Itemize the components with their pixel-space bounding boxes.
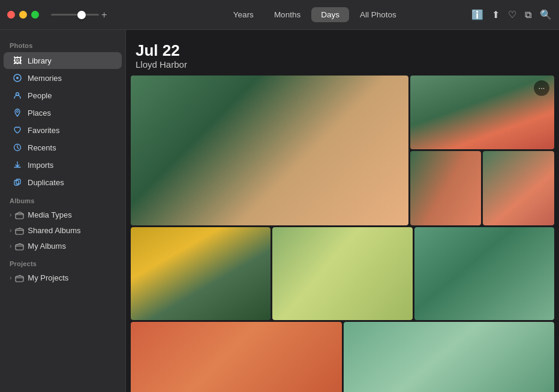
tab-years[interactable]: Years [224,7,263,22]
titlebar-actions: ℹ️ ⬆ ♡ ⧉ 🔍 [471,9,552,20]
window-controls [7,11,39,19]
sidebar-label-duplicates: Duplicates [28,178,64,187]
chevron-media-types-icon: › [10,212,11,218]
duplicates-icon [12,177,23,188]
crop-icon[interactable]: ⧉ [525,10,531,20]
svg-rect-9 [16,245,23,250]
svg-rect-10 [16,276,23,282]
chevron-my-albums-icon: › [10,243,11,249]
section-label-projects: Projects [0,254,125,270]
sidebar-item-places[interactable]: Places [4,104,122,121]
sidebar-item-imports[interactable]: Imports [4,156,122,173]
sidebar-item-library[interactable]: 🖼 Library [4,52,122,69]
folder-shared-albums-icon [15,227,24,235]
photo-row3-1[interactable] [131,322,342,392]
sidebar-item-memories[interactable]: Memories [4,70,122,86]
share-icon[interactable]: ⬆ [492,9,500,20]
photo-top-right[interactable]: ··· [410,76,554,150]
people-icon [12,90,23,101]
folder-my-projects-icon [15,274,24,282]
sidebar-item-people[interactable]: People [4,87,122,104]
memories-icon [12,73,23,83]
photo-row-2 [131,227,554,320]
sidebar-item-shared-albums[interactable]: › Shared Albums [4,223,122,238]
folder-my-albums-icon [15,242,24,251]
sidebar-item-recents[interactable]: Recents [4,139,122,156]
zoom-slider-track[interactable] [51,14,99,16]
sidebar-label-library: Library [28,56,52,65]
info-icon[interactable]: ℹ️ [471,9,483,20]
tab-days[interactable]: Days [311,7,349,22]
favorites-icon [12,125,23,135]
svg-rect-7 [16,213,23,219]
photo-area: Jul 22 Lloyd Harbor ··· [126,30,559,392]
photo-bottom-right-pair [410,151,554,225]
sidebar-item-my-albums[interactable]: › My Albums [4,239,122,254]
sidebar-label-my-albums: My Albums [28,242,66,251]
main-content: Photos 🖼 Library Memories People Places [0,30,559,392]
imports-icon [12,159,23,170]
tab-all-photos[interactable]: All Photos [350,7,406,22]
sidebar-label-recents: Recents [28,143,56,152]
titlebar: + Years Months Days All Photos ℹ️ ⬆ ♡ ⧉ … [0,0,559,30]
tab-months[interactable]: Months [265,7,310,22]
view-tabs: Years Months Days All Photos [224,7,406,22]
library-icon: 🖼 [12,55,23,66]
sidebar-item-favorites[interactable]: Favorites [4,122,122,138]
zoom-plus-icon[interactable]: + [101,10,107,20]
photo-thumb-2[interactable] [483,151,554,225]
photo-thumb-1[interactable] [410,151,482,225]
svg-point-1 [16,77,19,79]
photo-right-column: ··· [410,76,554,225]
date-header: Jul 22 Lloyd Harbor [131,40,554,76]
more-options-button[interactable]: ··· [534,80,549,96]
sidebar: Photos 🖼 Library Memories People Places [0,30,126,392]
sidebar-label-imports: Imports [28,161,53,170]
sidebar-item-my-projects[interactable]: › My Projects [4,270,122,285]
zoom-slider-thumb[interactable] [77,11,86,19]
chevron-shared-albums-icon: › [10,227,11,234]
search-icon[interactable]: 🔍 [540,9,552,20]
maximize-button[interactable] [31,11,39,19]
photo-row2-1[interactable] [131,227,271,320]
date-location-label: Lloyd Harbor [136,59,549,70]
photo-row2-3[interactable] [414,227,554,320]
photo-row2-2[interactable] [272,227,412,320]
sidebar-item-duplicates[interactable]: Duplicates [4,174,122,191]
sidebar-label-people: People [28,91,52,100]
heart-icon[interactable]: ♡ [508,9,516,20]
photo-main-large[interactable] [131,76,408,225]
sidebar-label-memories: Memories [28,74,62,83]
places-icon [12,107,23,118]
section-label-photos: Photos [0,36,125,52]
sidebar-label-my-projects: My Projects [28,273,68,282]
section-label-albums: Albums [0,191,125,207]
photo-row3-2[interactable] [344,322,555,392]
close-button[interactable] [7,11,15,19]
recents-icon [12,142,23,153]
sidebar-item-media-types[interactable]: › Media Types [4,207,122,222]
svg-rect-8 [16,229,23,234]
minimize-button[interactable] [19,11,27,19]
folder-media-types-icon [15,211,24,219]
sidebar-label-places: Places [28,108,51,117]
svg-point-3 [17,111,19,113]
sidebar-label-shared-albums: Shared Albums [28,226,80,235]
photo-row-3 [131,322,554,392]
sidebar-label-favorites: Favorites [28,126,59,135]
chevron-my-projects-icon: › [10,275,11,281]
zoom-slider-area: + [51,10,107,20]
photo-row-1: ··· [131,76,554,225]
date-day-label: Jul 22 [136,42,549,59]
sidebar-label-media-types: Media Types [28,210,71,219]
